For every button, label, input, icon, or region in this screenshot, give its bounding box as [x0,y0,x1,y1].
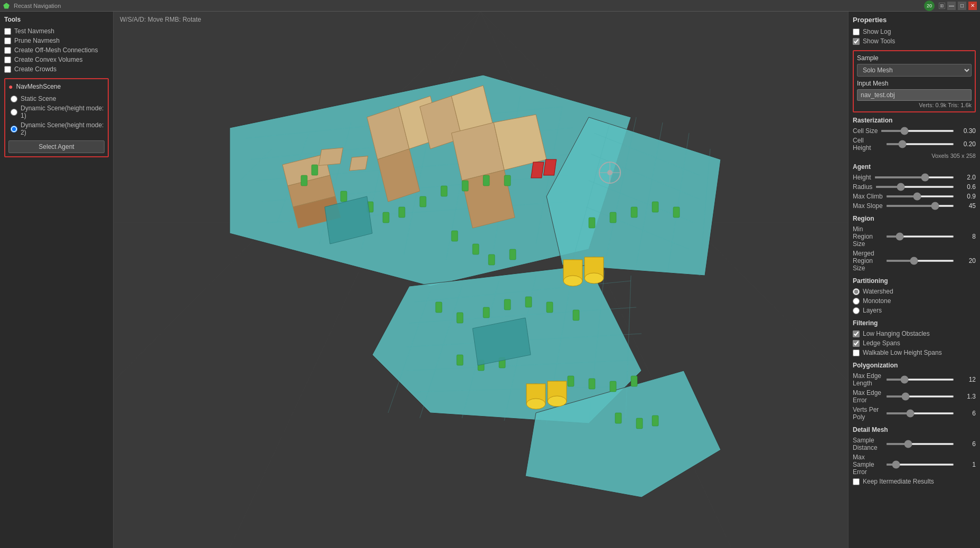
radius-value: 0.6 [957,183,976,191]
merged-region-slider[interactable] [886,260,954,262]
partitioning-label: Partitioning [853,277,976,285]
max-sample-error-slider[interactable] [886,464,954,466]
radio-static-scene[interactable]: Static Scene [11,95,105,102]
static-scene-radio[interactable] [11,96,17,102]
svg-point-59 [563,276,582,286]
svg-rect-79 [504,175,511,186]
minimize-button[interactable]: — [947,2,956,10]
svg-rect-81 [473,244,479,254]
watershed-row[interactable]: Watershed [853,287,976,296]
min-region-slider[interactable] [886,235,954,238]
min-region-value: 8 [957,233,976,240]
filtering-label: Filtering [853,319,976,327]
max-sample-error-value: 1 [957,461,976,468]
cell-size-slider[interactable] [881,130,954,132]
scene-canvas[interactable] [114,12,848,548]
navmesh-scene-title: ● NavMeshScene [8,82,105,91]
monotone-label: Monotone [863,297,891,305]
tool-create-crowds[interactable]: Create Crowds [4,64,109,74]
close-button[interactable]: ✕ [968,2,977,10]
verts-info: Verts: 0.9k Tris: 1.6k [857,102,972,108]
height-slider[interactable] [874,176,954,178]
svg-rect-82 [488,254,495,265]
radio-dynamic-1[interactable]: Dynamic Scene(height mode: 1) [11,105,105,119]
tool-off-mesh[interactable]: Create Off-Mesh Connections [4,45,109,55]
max-edge-error-slider[interactable] [886,395,954,398]
height-label: Height [853,174,871,181]
svg-rect-96 [610,381,616,392]
radius-row: Radius 0.6 [853,182,976,192]
dynamic-1-label: Dynamic Scene(height mode: 1) [21,105,105,119]
verts-per-poly-slider[interactable] [886,412,954,414]
show-log-row[interactable]: Show Log [853,27,976,36]
svg-rect-107 [543,159,556,175]
status-indicator: 20 [924,1,935,11]
radius-slider[interactable] [875,186,954,188]
svg-rect-88 [525,297,532,307]
svg-rect-83 [510,249,516,260]
radio-dynamic-2[interactable]: Dynamic Scene(height mode: 2) [11,121,105,136]
svg-rect-86 [483,307,489,318]
viewport-hint: W/S/A/D: Move RMB: Rotate [120,16,201,23]
svg-rect-76 [441,186,447,196]
show-tools-row[interactable]: Show Tools [853,36,976,46]
select-agent-button[interactable]: Select Agent [8,140,105,153]
dynamic-2-label: Dynamic Scene(height mode: 2) [21,121,105,136]
prune-navmesh-checkbox[interactable] [4,37,11,44]
sample-distance-slider[interactable] [886,443,954,445]
viewport[interactable]: W/S/A/D: Move RMB: Rotate [114,12,848,548]
max-slope-slider[interactable] [886,205,954,207]
monotone-radio[interactable] [853,298,860,305]
layers-row[interactable]: Layers [853,306,976,315]
region-section: Region Min Region Size 8 Merged Region S… [853,215,976,273]
cell-size-label: Cell Size [853,127,878,135]
cell-size-row: Cell Size 0.30 [853,126,976,136]
agent-section: Agent Height 2.0 Radius 0.6 Max Climb 0.… [853,163,976,211]
titlebar: ⬟ Recast Navigation 20 ⊞ — □ ✕ [0,0,980,12]
tool-prune-navmesh[interactable]: Prune Navmesh [4,36,109,45]
watershed-radio[interactable] [853,288,860,295]
convex-volumes-checkbox[interactable] [4,56,11,63]
low-hanging-row[interactable]: Low Hanging Obstacles [853,329,976,338]
properties-title: Properties [853,16,976,24]
show-log-checkbox[interactable] [853,29,860,35]
merged-region-label: Merged Region Size [853,250,883,272]
svg-rect-90 [573,310,579,320]
rasterization-label: Rasterization [853,117,976,124]
svg-rect-91 [457,355,463,365]
sample-dropdown[interactable]: Solo Mesh Tile Mesh Temp Obstacles [857,64,972,77]
svg-rect-71 [341,191,347,202]
dynamic-1-radio[interactable] [11,109,17,116]
off-mesh-checkbox[interactable] [4,47,11,54]
sample-distance-value: 6 [957,440,976,448]
max-climb-label: Max Climb [853,193,883,200]
cell-height-slider[interactable] [886,143,954,145]
svg-rect-85 [457,313,463,323]
cell-height-row: Cell Height 0.20 [853,136,976,153]
dynamic-2-radio[interactable] [11,126,17,133]
ledge-spans-checkbox[interactable] [853,340,860,347]
tool-test-navmesh[interactable]: Test Navmesh [4,26,109,36]
test-navmesh-checkbox[interactable] [4,28,11,35]
maximize-button[interactable]: □ [958,2,966,10]
ledge-spans-label: Ledge Spans [863,339,900,347]
max-edge-error-row: Max Edge Error 1.3 [853,388,976,405]
low-hanging-checkbox[interactable] [853,330,860,337]
max-climb-slider[interactable] [886,195,954,197]
layers-radio[interactable] [853,307,860,314]
radius-label: Radius [853,183,872,191]
keep-intermediate-row[interactable]: Keep Itermediate Results [853,477,976,486]
tool-convex-volumes[interactable]: Create Convex Volumes [4,55,109,64]
keep-intermediate-checkbox[interactable] [853,478,860,485]
show-tools-checkbox[interactable] [853,38,860,45]
walkable-checkbox[interactable] [853,349,860,356]
detail-mesh-section: Detail Mesh Sample Distance 6 Max Sample… [853,426,976,486]
monotone-row[interactable]: Monotone [853,296,976,306]
region-label: Region [853,215,976,222]
input-mesh-field[interactable]: nav_test.obj [857,89,972,101]
create-crowds-checkbox[interactable] [4,66,11,73]
walkable-row[interactable]: Walkable Low Height Spans [853,348,976,357]
max-edge-length-slider[interactable] [886,379,954,381]
keep-intermediate-label: Keep Itermediate Results [863,478,934,485]
ledge-spans-row[interactable]: Ledge Spans [853,338,976,348]
